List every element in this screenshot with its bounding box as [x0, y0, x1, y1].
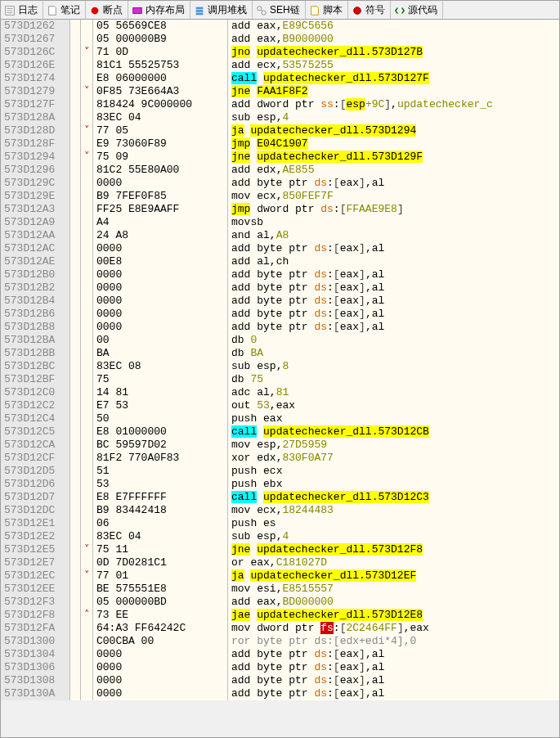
disasm-row[interactable]: 573D12BA00db 0 [1, 334, 559, 347]
breakpoint-gutter[interactable] [70, 661, 81, 674]
breakpoint-gutter[interactable] [70, 674, 81, 687]
tab-breakpoint[interactable]: 断点 [86, 1, 128, 19]
breakpoint-gutter[interactable] [70, 609, 81, 622]
disasm-row[interactable]: 573D1279˅0F85 73E664A3jne FAA1F8F2 [1, 85, 559, 98]
disasm-row[interactable]: 573D12B40000add byte ptr ds:[eax],al [1, 295, 559, 308]
disasm-row[interactable]: 573D12E283EC 04sub esp,4 [1, 530, 559, 543]
tab-log[interactable]: 日志 [1, 1, 43, 19]
breakpoint-gutter[interactable] [70, 242, 81, 255]
breakpoint-gutter[interactable] [70, 177, 81, 190]
breakpoint-gutter[interactable] [70, 85, 81, 98]
disasm-row[interactable]: 573D12B20000add byte ptr ds:[eax],al [1, 281, 559, 295]
disasm-row[interactable]: 573D126C˅71 0Djno updatechecker_dll.573D… [1, 46, 559, 59]
disasm-row[interactable]: 573D12C2E7 53out 53,eax [1, 399, 559, 412]
disasm-row[interactable]: 573D12B00000add byte ptr ds:[eax],al [1, 268, 559, 281]
disasm-row[interactable]: 573D12CF81F2 770A0F83xor edx,830F0A77 [1, 452, 559, 465]
breakpoint-gutter[interactable] [70, 596, 81, 609]
breakpoint-gutter[interactable] [70, 399, 81, 412]
disasm-row[interactable]: 573D12C014 81adc al,81 [1, 386, 559, 399]
disasm-row[interactable]: 573D12C450push eax [1, 412, 559, 425]
disasm-row[interactable]: 573D12B60000add byte ptr ds:[eax],al [1, 308, 559, 321]
breakpoint-gutter[interactable] [70, 425, 81, 439]
breakpoint-gutter[interactable] [70, 216, 81, 229]
disasm-row[interactable]: 573D130A0000add byte ptr ds:[eax],al [1, 687, 559, 700]
disasm-row[interactable]: 573D128D˅77 05ja updatechecker_dll.573D1… [1, 124, 559, 137]
breakpoint-gutter[interactable] [70, 321, 81, 334]
disasm-row[interactable]: 573D12F8˄73 EEjae updatechecker_dll.573D… [1, 609, 559, 622]
disasm-row[interactable]: 573D12D7E8 E7FFFFFFcall updatechecker_dl… [1, 491, 559, 504]
disasm-row[interactable]: 573D13060000add byte ptr ds:[eax],al [1, 661, 559, 674]
breakpoint-gutter[interactable] [70, 386, 81, 399]
breakpoint-gutter[interactable] [70, 203, 81, 216]
breakpoint-gutter[interactable] [70, 281, 81, 295]
breakpoint-gutter[interactable] [70, 46, 81, 59]
disasm-row[interactable]: 573D12BC83EC 08sub esp,8 [1, 360, 559, 373]
disasm-row[interactable]: 573D126705 000000B9add eax,B9000000 [1, 33, 559, 46]
breakpoint-gutter[interactable] [70, 569, 81, 583]
disasm-row[interactable]: 573D1300C00CBA 00ror byte ptr ds:[edx+ed… [1, 635, 559, 648]
tab-symbol[interactable]: 符号 [348, 1, 391, 19]
tab-mem[interactable]: 内存布局 [128, 1, 190, 19]
breakpoint-gutter[interactable] [70, 412, 81, 425]
breakpoint-gutter[interactable] [70, 334, 81, 347]
disasm-row[interactable]: 573D129C0000add byte ptr ds:[eax],al [1, 177, 559, 190]
disasm-row[interactable]: 573D12AC0000add byte ptr ds:[eax],al [1, 242, 559, 255]
breakpoint-gutter[interactable] [70, 295, 81, 308]
breakpoint-gutter[interactable] [70, 98, 81, 111]
disassembly-view[interactable]: 573D126205 56569CE8add eax,E89C5656573D1… [1, 20, 559, 737]
breakpoint-gutter[interactable] [70, 373, 81, 386]
disasm-row[interactable]: 573D129681C2 55E80A00add edx,AE855 [1, 164, 559, 177]
breakpoint-gutter[interactable] [70, 530, 81, 543]
disasm-row[interactable]: 573D127F818424 9C000000add dword ptr ss:… [1, 98, 559, 111]
disasm-row[interactable]: 573D12D551push ecx [1, 465, 559, 478]
disasm-row[interactable]: 573D129EB9 7FEF0F85mov ecx,850FEF7F [1, 190, 559, 203]
breakpoint-gutter[interactable] [70, 504, 81, 517]
disasm-row[interactable]: 573D126205 56569CE8add eax,E89C5656 [1, 20, 559, 33]
breakpoint-gutter[interactable] [70, 229, 81, 242]
breakpoint-gutter[interactable] [70, 111, 81, 124]
tab-seh[interactable]: SEH链 [253, 1, 306, 19]
disasm-row[interactable]: 573D12CABC 59597D02mov esp,27D5959 [1, 439, 559, 452]
breakpoint-gutter[interactable] [70, 268, 81, 281]
breakpoint-gutter[interactable] [70, 452, 81, 465]
tab-source[interactable]: 源代码 [391, 1, 443, 19]
breakpoint-gutter[interactable] [70, 308, 81, 321]
disasm-row[interactable]: 573D13040000add byte ptr ds:[eax],al [1, 648, 559, 661]
disasm-row[interactable]: 573D12DCB9 83442418mov ecx,18244483 [1, 504, 559, 517]
disasm-row[interactable]: 573D1274E8 06000000call updatechecker_dl… [1, 72, 559, 85]
breakpoint-gutter[interactable] [70, 465, 81, 478]
disasm-row[interactable]: 573D12EC˅77 01ja updatechecker_dll.573D1… [1, 569, 559, 583]
breakpoint-gutter[interactable] [70, 583, 81, 596]
disasm-row[interactable]: 573D12EEBE 575551E8mov esi,E8515557 [1, 583, 559, 596]
breakpoint-gutter[interactable] [70, 33, 81, 46]
disasm-row[interactable]: 573D12AA24 A8and al,A8 [1, 229, 559, 242]
disasm-row[interactable]: 573D126E81C1 55525753add ecx,53575255 [1, 59, 559, 72]
breakpoint-gutter[interactable] [70, 635, 81, 648]
breakpoint-gutter[interactable] [70, 190, 81, 203]
disasm-row[interactable]: 573D12A9A4movsb [1, 216, 559, 229]
breakpoint-gutter[interactable] [70, 517, 81, 530]
disasm-row[interactable]: 573D12BF75db 75 [1, 373, 559, 386]
disasm-row[interactable]: 573D12E70D 7D0281C1or eax,C181027D [1, 556, 559, 569]
breakpoint-gutter[interactable] [70, 687, 81, 700]
breakpoint-gutter[interactable] [70, 556, 81, 569]
breakpoint-gutter[interactable] [70, 137, 81, 151]
breakpoint-gutter[interactable] [70, 59, 81, 72]
breakpoint-gutter[interactable] [70, 648, 81, 661]
breakpoint-gutter[interactable] [70, 360, 81, 373]
breakpoint-gutter[interactable] [70, 491, 81, 504]
breakpoint-gutter[interactable] [70, 439, 81, 452]
disasm-row[interactable]: 573D12AE00E8add al,ch [1, 255, 559, 268]
breakpoint-gutter[interactable] [70, 151, 81, 164]
disasm-row[interactable]: 573D13080000add byte ptr ds:[eax],al [1, 674, 559, 687]
tab-script[interactable]: 脚本 [306, 1, 348, 19]
breakpoint-gutter[interactable] [70, 20, 81, 33]
tab-stack[interactable]: 调用堆栈 [190, 1, 253, 19]
breakpoint-gutter[interactable] [70, 622, 81, 635]
breakpoint-gutter[interactable] [70, 164, 81, 177]
breakpoint-gutter[interactable] [70, 255, 81, 268]
disasm-row[interactable]: 573D128A83EC 04sub esp,4 [1, 111, 559, 124]
disasm-row[interactable]: 573D128FE9 73060F89jmp E04C1907 [1, 137, 559, 151]
disasm-row[interactable]: 573D12F305 000000BDadd eax,BD000000 [1, 596, 559, 609]
breakpoint-gutter[interactable] [70, 72, 81, 85]
